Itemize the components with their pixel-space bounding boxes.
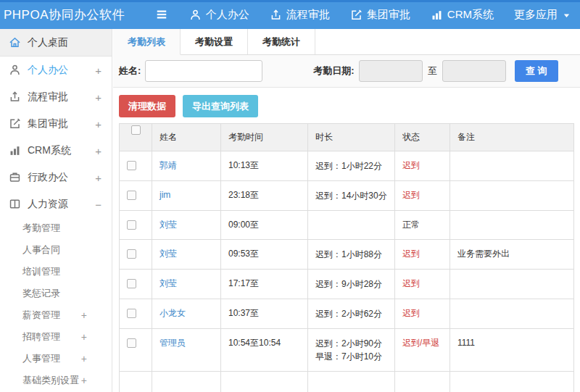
nav-item-label: 个人办公: [206, 8, 249, 22]
sidebar-item-admin-office[interactable]: 行政办公+: [0, 164, 112, 191]
employee-name-link[interactable]: 刘莹: [160, 249, 177, 259]
row-checkbox[interactable]: [127, 220, 136, 230]
select-all-checkbox[interactable]: [131, 125, 141, 135]
row-select-cell: [120, 329, 152, 372]
column-header: 考勤时间: [221, 124, 308, 151]
sidebar-subitem-reward-punishment-record[interactable]: 奖惩记录: [0, 283, 112, 304]
name-filter-input[interactable]: [145, 60, 262, 82]
row-checkbox[interactable]: [127, 309, 136, 318]
nav-item-workflow-approval[interactable]: 流程审批: [270, 8, 330, 22]
name-cell: 刘莹: [152, 270, 221, 299]
sidebar-subitem-label: 考勤管理: [22, 222, 60, 235]
duration-line: 迟到：14小时30分: [315, 189, 389, 202]
sidebar-item-human-resources[interactable]: 人力资源−: [0, 191, 112, 217]
employee-name-link[interactable]: 刘莹: [160, 220, 177, 230]
nav-item-more-apps[interactable]: 更多应用: [514, 8, 571, 22]
column-header-label: 时长: [315, 132, 333, 142]
edit-icon: [350, 9, 362, 21]
tab-attendance-settings[interactable]: 考勤设置: [181, 29, 248, 54]
menu-toggle-button[interactable]: [154, 7, 169, 22]
expand-plus-icon[interactable]: +: [95, 91, 102, 103]
nav-item-personal-office[interactable]: 个人办公: [189, 8, 249, 22]
sidebar-item-crm-system[interactable]: CRM系统+: [0, 137, 112, 164]
row-checkbox[interactable]: [127, 279, 136, 288]
table-row: 管理员10:54至10:54迟到：2小时90分早退：7小时10分迟到/早退111…: [120, 329, 574, 372]
duration-cell: 迟到：14小时30分: [308, 181, 395, 211]
chart-icon: [431, 9, 443, 21]
sidebar-subitem-label: 招聘管理: [22, 330, 60, 343]
expand-plus-icon[interactable]: +: [81, 331, 87, 343]
expand-plus-icon[interactable]: +: [81, 375, 87, 386]
nav-item-group-approval[interactable]: 集团审批: [350, 8, 410, 22]
status-badge: 正常: [402, 220, 420, 230]
attendance-time-cell: 23:18至: [221, 181, 308, 211]
expand-plus-icon[interactable]: +: [81, 309, 87, 321]
export-list-button[interactable]: 导出查询列表: [183, 95, 258, 117]
row-checkbox[interactable]: [127, 249, 136, 259]
date-to-input[interactable]: [442, 60, 506, 82]
sidebar-subitem-attendance-management[interactable]: 考勤管理: [0, 217, 112, 239]
sidebar-item-label: 个人桌面: [28, 36, 68, 49]
expand-plus-icon[interactable]: +: [95, 171, 102, 183]
row-checkbox[interactable]: [127, 191, 136, 200]
search-button[interactable]: 查 询: [515, 60, 558, 82]
nav-item-crm-system[interactable]: CRM系统: [431, 8, 494, 22]
nav-item-label: CRM系统: [447, 8, 494, 22]
status-cell: 迟到: [395, 299, 450, 329]
edit-icon: [9, 117, 21, 130]
table-row: 刘莹09:53至迟到：1小时88分迟到业务需要外出: [120, 240, 574, 270]
user-icon: [9, 64, 21, 76]
book-icon: [9, 198, 21, 210]
employee-name-link[interactable]: jim: [160, 190, 170, 200]
expand-plus-icon[interactable]: +: [95, 144, 102, 157]
expand-plus-icon[interactable]: +: [95, 64, 102, 76]
table-row: 小龙女10:37至迟到：2小时62分迟到: [120, 299, 574, 329]
row-checkbox[interactable]: [127, 161, 136, 170]
collapse-minus-icon[interactable]: −: [95, 198, 102, 210]
sidebar-subitem-salary-management[interactable]: 薪资管理+: [0, 304, 112, 326]
attendance-table: 姓名考勤时间时长状态备注 郭靖10:13至迟到：1小时22分迟到jim23:18…: [119, 123, 574, 392]
tab-attendance-statistics[interactable]: 考勤统计: [248, 29, 315, 54]
sidebar-item-personal-desktop[interactable]: 个人桌面: [0, 29, 112, 57]
clear-data-button[interactable]: 清理数据: [119, 95, 175, 117]
row-select-cell: [120, 270, 152, 299]
sidebar-subitem-personnel-management[interactable]: 人事管理+: [0, 348, 112, 370]
name-filter-label: 姓名:: [119, 64, 141, 78]
empty-cell: [120, 372, 152, 392]
sidebar-menu: 个人办公+流程审批+集团审批+CRM系统+行政办公+人力资源−: [0, 57, 112, 217]
status-cell: 迟到: [395, 181, 450, 211]
column-header-label: 状态: [402, 132, 420, 142]
chart-icon: [9, 144, 21, 157]
sidebar-subitem-recruitment-management[interactable]: 招聘管理+: [0, 326, 112, 348]
caret-down-icon: [562, 11, 571, 20]
empty-cell: [308, 372, 395, 392]
expand-plus-icon[interactable]: +: [81, 353, 87, 364]
duration-line: 迟到：2小时62分: [315, 307, 389, 320]
sidebar-subitem-basic-category-settings[interactable]: 基础类别设置+: [0, 370, 112, 391]
employee-name-link[interactable]: 郭靖: [160, 160, 177, 170]
status-badge: 迟到: [402, 278, 420, 288]
attendance-time-cell: 09:53至: [221, 240, 308, 270]
employee-name-link[interactable]: 小龙女: [160, 308, 186, 318]
name-cell: 小龙女: [152, 299, 221, 329]
row-checkbox[interactable]: [127, 338, 136, 348]
date-from-input[interactable]: [359, 60, 423, 82]
sidebar-item-personal-office[interactable]: 个人办公+: [0, 57, 112, 83]
expand-plus-icon[interactable]: +: [95, 117, 102, 130]
sidebar-submenu-human-resources: 考勤管理人事合同培训管理奖惩记录薪资管理+招聘管理+人事管理+基础类别设置+: [0, 217, 112, 391]
sidebar-subitem-personnel-contract[interactable]: 人事合同: [0, 239, 112, 261]
employee-name-link[interactable]: 管理员: [160, 338, 186, 348]
row-select-cell: [120, 240, 152, 270]
sidebar-item-group-approval[interactable]: 集团审批+: [0, 110, 112, 137]
column-header-label: 考勤时间: [228, 132, 263, 142]
tab-attendance-list[interactable]: 考勤列表: [113, 29, 181, 55]
sidebar-subitem-training-management[interactable]: 培训管理: [0, 261, 112, 283]
employee-name-link[interactable]: 刘莹: [160, 278, 177, 288]
sidebar-item-workflow-approval[interactable]: 流程审批+: [0, 83, 112, 110]
column-header: 姓名: [152, 124, 221, 151]
phpoa-app: PHPOA协同办公软件 个人办公流程审批集团审批CRM系统更多应用 个人桌面 个…: [0, 0, 580, 392]
tab-bar: 考勤列表考勤设置考勤统计: [113, 29, 580, 55]
nav-item-label: 流程审批: [286, 8, 330, 22]
top-nav: 个人办公流程审批集团审批CRM系统更多应用: [154, 7, 580, 22]
main-content: 考勤列表考勤设置考勤统计 姓名: 考勤日期: 至 查 询 清理数据 导出查询列表…: [113, 29, 580, 392]
